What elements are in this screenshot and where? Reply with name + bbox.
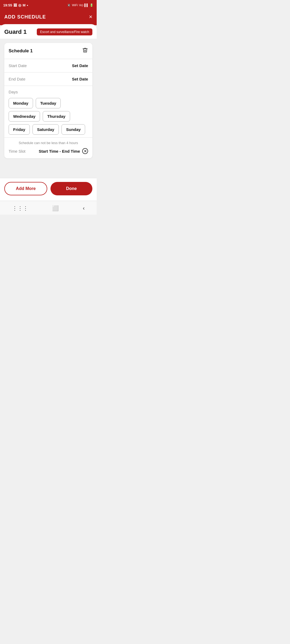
nav-back-icon[interactable]: ‹ xyxy=(83,205,85,211)
day-saturday[interactable]: Saturday xyxy=(32,124,59,135)
volte-icon: Vo) xyxy=(79,3,84,7)
status-bar: 19:55 🖼 ◎ M • 🔇 WiFi Vo) ▌▌ 🔋 xyxy=(0,0,97,10)
end-date-label: End Date xyxy=(9,77,26,81)
set-start-date-button[interactable]: Set Date xyxy=(72,63,88,68)
end-date-row: End Date Set Date xyxy=(4,72,92,86)
done-button[interactable]: Done xyxy=(50,182,92,195)
main-content: Schedule 1 Start Date Set Date End Date … xyxy=(0,39,97,170)
start-date-label: Start Date xyxy=(9,63,27,68)
spacer xyxy=(0,170,97,178)
schedule-header: Schedule 1 xyxy=(4,43,92,59)
location-icon: ◎ xyxy=(18,3,21,7)
delete-schedule-button[interactable] xyxy=(82,47,88,54)
clear-time-slot-button[interactable]: ✕ xyxy=(82,148,88,154)
add-more-button[interactable]: Add More xyxy=(4,182,47,195)
days-section: Days Monday Tuesday Wednesday Thursday F… xyxy=(4,86,92,138)
set-end-date-button[interactable]: Set Date xyxy=(72,77,88,81)
nav-menu-icon[interactable]: ⋮⋮⋮ xyxy=(12,205,28,211)
day-sunday[interactable]: Sunday xyxy=(61,124,85,135)
nav-home-icon[interactable]: ⬜ xyxy=(52,205,59,211)
day-wednesday[interactable]: Wednesday xyxy=(9,111,40,122)
guard-name: Guard 1 xyxy=(4,28,27,35)
days-label: Days xyxy=(9,90,88,94)
gmail-icon: M xyxy=(23,3,26,7)
time-slot-text: Start Time - End Time xyxy=(39,149,80,153)
schedule-title: Schedule 1 xyxy=(9,48,33,54)
top-bar: ADD SCHEDULE × xyxy=(0,10,97,25)
bottom-bar: Add More Done xyxy=(0,178,97,201)
time-slot-value-button[interactable]: Start Time - End Time ✕ xyxy=(39,148,88,154)
start-date-row: Start Date Set Date xyxy=(4,59,92,72)
guard-role-badge: Escort and surveillance/Fire watch xyxy=(37,28,92,35)
time-hint: Schedule can not be less than 4 hours xyxy=(9,141,88,145)
schedule-card: Schedule 1 Start Date Set Date End Date … xyxy=(4,43,92,158)
mute-icon: 🔇 xyxy=(67,3,71,7)
wifi-icon: WiFi xyxy=(72,3,78,7)
close-button[interactable]: × xyxy=(89,13,92,20)
dot-icon: • xyxy=(27,3,28,7)
day-tuesday[interactable]: Tuesday xyxy=(36,98,61,108)
image-icon: 🖼 xyxy=(13,3,17,7)
day-friday[interactable]: Friday xyxy=(9,124,30,135)
days-grid: Monday Tuesday Wednesday Thursday Friday… xyxy=(9,98,88,135)
time-slot-label: Time Slot xyxy=(9,149,26,153)
status-left: 19:55 🖼 ◎ M • xyxy=(3,3,28,7)
day-monday[interactable]: Monday xyxy=(9,98,33,108)
day-thursday[interactable]: Thursday xyxy=(43,111,70,122)
signal-icon: ▌▌ xyxy=(84,3,89,7)
battery-icon: 🔋 xyxy=(90,3,93,7)
page-title: ADD SCHEDULE xyxy=(4,14,46,20)
status-time: 19:55 xyxy=(3,3,12,7)
status-right: 🔇 WiFi Vo) ▌▌ 🔋 xyxy=(67,3,93,7)
nav-bar: ⋮⋮⋮ ⬜ ‹ xyxy=(0,201,97,215)
time-slot-row: Time Slot Start Time - End Time ✕ xyxy=(9,148,88,154)
guard-header: Guard 1 Escort and surveillance/Fire wat… xyxy=(0,24,97,39)
time-slot-section: Schedule can not be less than 4 hours Ti… xyxy=(4,138,92,158)
